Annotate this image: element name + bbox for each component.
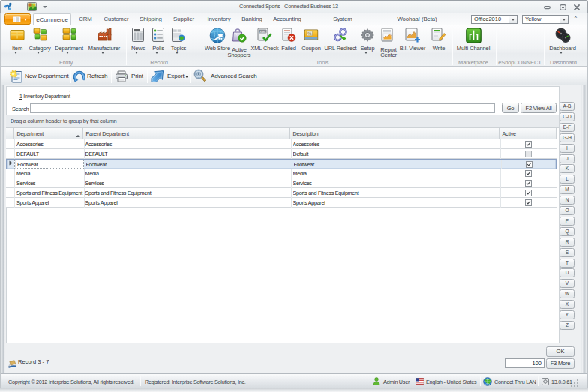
- svg-text:XML: XML: [260, 30, 266, 34]
- svg-text:%: %: [308, 31, 312, 36]
